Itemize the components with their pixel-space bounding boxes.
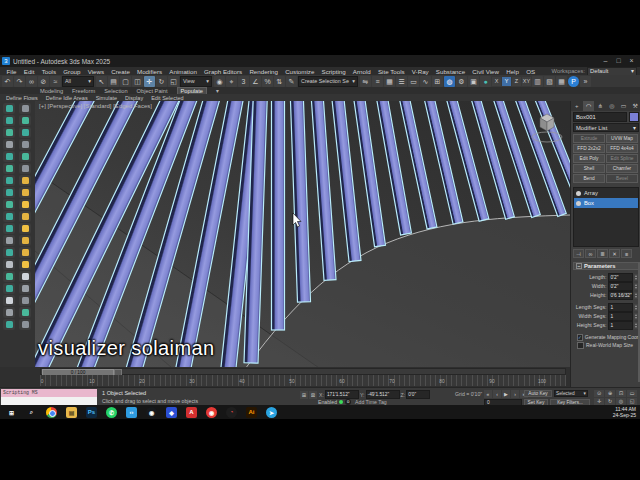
ribbon-tab-modeling[interactable]: Modeling <box>40 88 63 94</box>
motion-panel-tab[interactable]: ◎ <box>606 101 618 111</box>
select-object[interactable]: ↖ <box>96 76 107 87</box>
create-selection-set-field[interactable]: Create Selection Se▾ <box>298 76 358 87</box>
taskbar-photoshop[interactable]: Ps <box>86 407 97 418</box>
select-and-manipulate[interactable]: ⌖ <box>226 76 237 87</box>
left-toolbar-b-icon-2[interactable] <box>19 115 31 126</box>
taskbar-start-button[interactable]: ⊞ <box>6 407 17 418</box>
layer-explorer-toggle[interactable]: ☰ <box>396 76 407 87</box>
add-time-tag[interactable]: Add Time Tag <box>355 399 387 405</box>
modifier-list-dropdown[interactable]: Modifier List▾ <box>573 123 639 132</box>
taskbar-chrome[interactable] <box>46 407 57 418</box>
left-toolbar-b-icon-9[interactable] <box>19 199 31 210</box>
modifier-visibility-icon[interactable] <box>576 201 581 206</box>
taskbar-whatsapp[interactable]: ✆ <box>106 407 117 418</box>
ribbon-tab-selection[interactable]: Selection <box>104 88 127 94</box>
height-field[interactable]: 0'6 16/32" <box>608 291 633 300</box>
left-toolbar-b-icon-16[interactable] <box>19 283 31 294</box>
width-segs-field[interactable]: 1 <box>608 312 633 321</box>
left-toolbar-a-icon-11[interactable] <box>3 223 15 234</box>
listener-line[interactable] <box>1 397 97 405</box>
menu-edit[interactable]: Edit <box>20 68 38 75</box>
left-toolbar-b-icon-14[interactable] <box>19 259 31 270</box>
viewport-label[interactable]: [+] [Perspective] [Standard] [Edged Face… <box>39 103 152 109</box>
previous-frame-button[interactable]: ‹ <box>493 390 501 398</box>
left-toolbar-b-icon-1[interactable] <box>19 103 31 114</box>
macro-recorder-line[interactable]: Scripting MS <box>1 389 97 397</box>
taskbar-illustrator[interactable]: Ai <box>246 407 257 418</box>
left-toolbar-a-icon-14[interactable] <box>3 259 15 270</box>
left-toolbar-a-icon-2[interactable] <box>3 115 15 126</box>
zoom-region-button[interactable]: ▭ <box>627 390 637 397</box>
left-toolbar-b-icon-3[interactable] <box>19 127 31 138</box>
menu-scripting[interactable]: Scripting <box>318 68 349 75</box>
left-toolbar-b-icon-5[interactable] <box>19 151 31 162</box>
left-toolbar-a-icon-18[interactable] <box>3 307 15 318</box>
left-toolbar-a-icon-5[interactable] <box>3 151 15 162</box>
taskbar-github[interactable]: ◉ <box>146 407 157 418</box>
menu-site-tools[interactable]: Site Tools <box>374 68 408 75</box>
show-end-result-icon[interactable]: ∞ <box>585 249 596 258</box>
go-to-start-button[interactable]: « <box>484 390 492 398</box>
restrict-z[interactable]: Z <box>512 77 521 86</box>
taskbar-telegram[interactable]: ➤ <box>266 407 277 418</box>
mirror[interactable]: ⇋ <box>360 76 371 87</box>
taskbar-vscode[interactable]: ‹› <box>126 407 137 418</box>
stack-item-array[interactable]: Array <box>574 188 638 198</box>
minimize-button[interactable]: – <box>599 55 612 67</box>
left-toolbar-a-icon-17[interactable] <box>3 295 15 306</box>
left-toolbar-a-icon-7[interactable] <box>3 175 15 186</box>
menu-v-ray[interactable]: V-Ray <box>408 68 432 75</box>
object-name-field[interactable]: Box001 <box>573 112 627 122</box>
ribbon-tool-edit-selected[interactable]: Edit Selected <box>151 95 183 101</box>
left-toolbar-b-icon-19[interactable] <box>19 319 31 330</box>
ribbon-tool-simulate[interactable]: Simulate <box>96 95 117 101</box>
select-and-rotate[interactable]: ↻ <box>156 76 167 87</box>
width-field[interactable]: 0'2" <box>608 282 633 291</box>
zoom-extents-button[interactable]: ⊡ <box>616 390 626 397</box>
ribbon-collapse-icon[interactable]: ▾ <box>216 88 219 94</box>
menu-tools[interactable]: Tools <box>38 68 60 75</box>
display-panel-tab[interactable]: ▭ <box>618 101 630 111</box>
modifier-visibility-icon[interactable] <box>576 191 581 196</box>
length-field[interactable]: 0'2" <box>608 273 633 282</box>
modifier-button-edit-poly[interactable]: Edit Poly <box>573 154 605 163</box>
left-toolbar-b-icon-15[interactable] <box>19 271 31 282</box>
create-panel-tab[interactable]: + <box>571 101 583 111</box>
left-toolbar-a-icon-15[interactable] <box>3 271 15 282</box>
window-crossing-toggle[interactable]: ◫ <box>132 76 143 87</box>
snaps-toggle-3d[interactable]: 3 <box>238 76 249 87</box>
restrict-y[interactable]: Y <box>502 77 511 86</box>
modifier-button-shell[interactable]: Shell <box>573 164 605 173</box>
auto-key-button[interactable]: Auto Key <box>524 390 552 397</box>
transform-typein-mode[interactable]: ⊞ <box>300 391 308 399</box>
ribbon-tab-freeform[interactable]: Freeform <box>72 88 95 94</box>
maximize-button[interactable]: □ <box>612 55 625 67</box>
select-by-name[interactable]: ▤ <box>108 76 119 87</box>
maxscript-mini-listener[interactable]: Scripting MS <box>1 389 97 405</box>
left-toolbar-b-icon-18[interactable] <box>19 307 31 318</box>
taskbar-app-blue[interactable]: ◆ <box>166 407 177 418</box>
left-toolbar-a-icon-3[interactable] <box>3 127 15 138</box>
menu-file[interactable]: File <box>3 68 20 75</box>
selection-filter-dropdown[interactable]: All▾ <box>62 76 94 87</box>
left-toolbar-a-icon-10[interactable] <box>3 211 15 222</box>
spinner-snap-toggle[interactable]: ⇅ <box>274 76 285 87</box>
align[interactable]: ≡ <box>372 76 383 87</box>
remove-modifier-icon[interactable]: ✕ <box>609 249 620 258</box>
menu-animation[interactable]: Animation <box>166 68 201 75</box>
left-toolbar-b-icon-4[interactable] <box>19 139 31 150</box>
taskbar-app-red-circle[interactable]: ◉ <box>206 407 217 418</box>
modifier-button-bend[interactable]: Bend <box>573 174 605 183</box>
selection-region[interactable]: ▢ <box>120 76 131 87</box>
pin-stack-icon[interactable]: ⊣ <box>573 249 584 258</box>
use-pivot-center[interactable]: ◉ <box>214 76 225 87</box>
left-toolbar-a-icon-8[interactable] <box>3 187 15 198</box>
field-of-view-button[interactable]: ◎ <box>616 398 626 405</box>
left-toolbar-a-icon-6[interactable] <box>3 163 15 174</box>
left-toolbar-b-icon-8[interactable] <box>19 187 31 198</box>
ribbon-tab-object-paint[interactable]: Object Paint <box>137 88 168 94</box>
menu-modifiers[interactable]: Modifiers <box>133 68 165 75</box>
play-animation-button[interactable]: ▶ <box>502 390 510 398</box>
toolbar-overflow[interactable]: » <box>580 76 591 87</box>
taskbar-search[interactable]: ⌕ <box>26 407 37 418</box>
